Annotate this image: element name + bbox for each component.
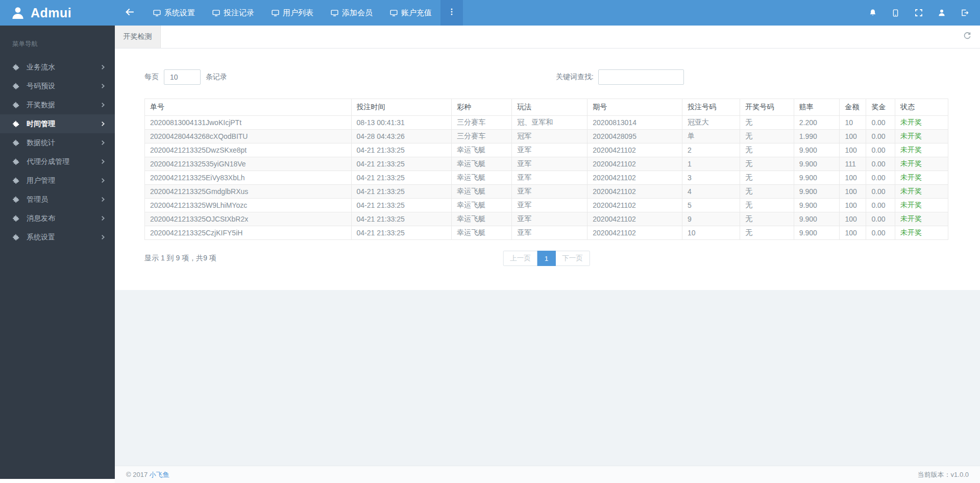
table-cell: 幸运飞艇 (452, 171, 512, 185)
table-cell: 0.00 (866, 171, 895, 185)
table-cell: 0.00 (866, 199, 895, 212)
table-cell: 0.00 (866, 143, 895, 157)
table-cell: 三分赛车 (452, 130, 512, 143)
top-nav-label: 投注记录 (224, 8, 254, 18)
sidebar-item-label: 号码预设 (27, 82, 55, 91)
brand-link[interactable]: 小飞鱼 (150, 471, 169, 478)
status-cell: 未开奖 (895, 226, 948, 240)
table-cell: 亚军 (512, 212, 587, 226)
table-cell: 幸运飞艇 (452, 226, 512, 240)
table-cell: 9.900 (794, 171, 840, 185)
table-cell: 单 (682, 130, 740, 143)
sidebar-item-label: 时间管理 (27, 119, 55, 129)
monitor-icon (153, 9, 161, 17)
table-row: 20200421213325CzjKIFY5iH04-21 21:33:25幸运… (145, 226, 948, 240)
top-nav-item-5[interactable]: 账户充值 (381, 0, 440, 26)
table-cell: 2020042121332535yiGN18Ve (145, 157, 352, 171)
table-cell: 幸运飞艇 (452, 143, 512, 157)
top-nav: 系统设置投注记录用户列表添加会员账户充值 (144, 0, 440, 26)
sidebar-item-1[interactable]: 业务流水 (0, 58, 115, 77)
logout-button[interactable] (953, 0, 976, 26)
user-icon (938, 9, 946, 17)
table-cell: 幸运飞艇 (452, 212, 512, 226)
refresh-button[interactable] (953, 26, 980, 48)
fullscreen-button[interactable] (907, 0, 930, 26)
back-button[interactable] (115, 0, 144, 26)
table-cell: 04-21 21:33:25 (351, 185, 452, 199)
more-button[interactable] (440, 0, 463, 26)
table-cell: 无 (740, 185, 794, 199)
table-cell: 20200813004131JwoKIcjPTt (145, 116, 352, 130)
table-cell: 20200421102 (587, 157, 682, 171)
sidebar-item-7[interactable]: 用户管理 (0, 171, 115, 190)
table-cell: 亚军 (512, 171, 587, 185)
prev-page-button[interactable]: 上一页 (503, 251, 538, 266)
puzzle-icon (12, 139, 20, 147)
sidebar-item-3[interactable]: 开奖数据 (0, 95, 115, 114)
table-cell: 无 (740, 143, 794, 157)
chevron-right-icon (100, 178, 106, 183)
user-button[interactable] (930, 0, 953, 26)
search-input[interactable] (598, 69, 684, 85)
chevron-right-icon (100, 121, 106, 127)
table-cell: 无 (740, 199, 794, 212)
puzzle-icon (12, 120, 20, 128)
table-cell: 20200421213325EiVy83XbLh (145, 171, 352, 185)
sidebar-item-9[interactable]: 消息发布 (0, 209, 115, 228)
table-cell: 10 (840, 116, 866, 130)
table-cell: 冠、亚军和 (512, 116, 587, 130)
chevron-right-icon (100, 197, 106, 202)
sidebar-item-2[interactable]: 号码预设 (0, 77, 115, 95)
status-cell: 未开奖 (895, 157, 948, 171)
chevron-right-icon (100, 83, 106, 89)
table-footer: 显示 1 到 9 项，共9 项 上一页 1 下一页 (144, 250, 948, 267)
top-nav-item-1[interactable]: 系统设置 (144, 0, 204, 26)
table-cell: 无 (740, 157, 794, 171)
copyright-text: © 2017 小飞鱼 (126, 470, 169, 479)
table-cell: 冠亚大 (682, 116, 740, 130)
table-cell: 0.00 (866, 185, 895, 199)
sidebar-item-label: 业务流水 (27, 63, 55, 72)
table-cell: 无 (740, 226, 794, 240)
sidebar-item-label: 开奖数据 (27, 101, 55, 110)
tab-lottery-check[interactable]: 开奖检测 (115, 26, 161, 48)
tablet-button[interactable] (884, 0, 907, 26)
monitor-icon (390, 9, 398, 17)
brand-text: Admui (31, 6, 71, 20)
column-header: 期号 (587, 99, 682, 116)
chevron-right-icon (100, 102, 106, 108)
table-cell: 04-21 21:33:25 (351, 212, 452, 226)
chevron-right-icon (100, 140, 106, 146)
table-cell: 04-21 21:33:25 (351, 157, 452, 171)
top-nav-item-4[interactable]: 添加会员 (322, 0, 381, 26)
table-cell: 9 (682, 212, 740, 226)
sidebar-item-10[interactable]: 系统设置 (0, 228, 115, 247)
page-1-button[interactable]: 1 (537, 251, 556, 266)
next-page-button[interactable]: 下一页 (555, 251, 590, 266)
content-panel: 每页 条记录 关键词查找: 单号投注时间彩种玩法期号投注号码开奖号码赔率金额奖金… (115, 49, 980, 290)
table-cell: 9.900 (794, 185, 840, 199)
per-page-input[interactable] (164, 69, 201, 85)
sidebar-item-8[interactable]: 管理员 (0, 190, 115, 209)
sidebar-item-6[interactable]: 代理分成管理 (0, 152, 115, 171)
sidebar: 菜单导航 业务流水号码预设开奖数据时间管理数据统计代理分成管理用户管理管理员消息… (0, 26, 115, 483)
table-row: 20200421213325W9LhiMYozc04-21 21:33:25幸运… (145, 199, 948, 212)
sidebar-item-4[interactable]: 时间管理 (0, 114, 115, 133)
table-cell: 无 (740, 130, 794, 143)
top-nav-item-3[interactable]: 用户列表 (263, 0, 322, 26)
top-nav-item-2[interactable]: 投注记录 (204, 0, 263, 26)
chevron-right-icon (100, 234, 106, 240)
table-row: 202004280443268cXQodBITU04-28 04:43:26三分… (145, 130, 948, 143)
table-cell: 亚军 (512, 199, 587, 212)
bell-button[interactable] (861, 0, 884, 26)
column-header: 玩法 (512, 99, 587, 116)
table-cell: 亚军 (512, 185, 587, 199)
table-cell: 3 (682, 171, 740, 185)
table-cell: 无 (740, 116, 794, 130)
sidebar-item-5[interactable]: 数据统计 (0, 133, 115, 152)
column-header: 投注时间 (351, 99, 452, 116)
table-row: 20200813004131JwoKIcjPTt08-13 00:41:31三分… (145, 116, 948, 130)
per-page-control: 每页 条记录 (144, 69, 227, 85)
table-cell: 亚军 (512, 143, 587, 157)
brand[interactable]: Admui (0, 0, 115, 26)
